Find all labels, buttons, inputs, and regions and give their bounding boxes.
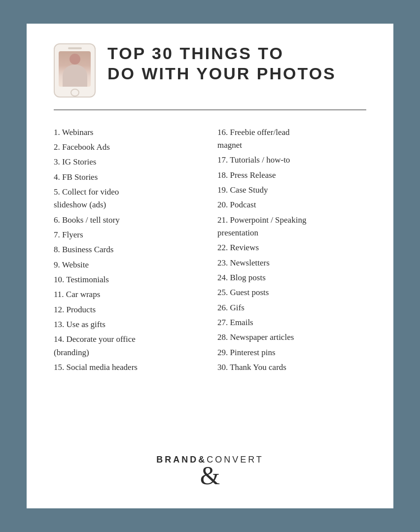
list-item: 7. Flyers: [54, 228, 203, 242]
card: TOP 30 THINGS TO DO WITH YOUR PHOTOS 1. …: [27, 24, 393, 508]
list-item: 3. IG Stories: [54, 155, 203, 169]
phone-person-image: [59, 51, 91, 86]
brand-label: BRAND: [156, 455, 198, 465]
list-item: 12. Products: [54, 302, 203, 317]
list-item: 4. FB Stories: [54, 170, 203, 185]
left-list: 1. Webinars2. Facebook Ads3. IG Stories4…: [54, 125, 203, 437]
outer-border: TOP 30 THINGS TO DO WITH YOUR PHOTOS 1. …: [18, 15, 402, 517]
list-item: 2. Facebook Ads: [54, 140, 203, 155]
list-item: 13. Use as gifts: [54, 317, 203, 332]
list-item: 29. Pinterest pins: [217, 345, 366, 360]
list-item: 6. Books / tell story: [54, 213, 203, 228]
divider: [54, 109, 366, 110]
list-item: 8. Business Cards: [54, 242, 203, 257]
list-item: 15. Social media headers: [54, 360, 203, 375]
large-ampersand: &: [200, 463, 220, 489]
title-line2: DO WITH YOUR PHOTOS: [107, 64, 336, 83]
footer: BRAND & CONVERT &: [54, 455, 366, 489]
list-item: 10. Testimonials: [54, 272, 203, 287]
title-line1: TOP 30 THINGS TO: [107, 44, 284, 63]
list-item: 28. Newspaper articles: [217, 330, 366, 345]
list-item: 23. Newsletters: [217, 256, 366, 270]
header: TOP 30 THINGS TO DO WITH YOUR PHOTOS: [54, 43, 366, 98]
list-item: 30. Thank You cards: [217, 360, 366, 375]
list-item: 19. Case Study: [217, 183, 366, 198]
list-item: 9. Website: [54, 258, 203, 272]
list-item: 22. Reviews: [217, 240, 366, 255]
page-title: TOP 30 THINGS TO DO WITH YOUR PHOTOS: [107, 43, 366, 84]
list-item: 18. Press Release: [217, 168, 366, 183]
list-item: 21. Powerpoint / Speakingpresentation: [217, 213, 366, 241]
phone-home-button: [70, 89, 79, 97]
lists-container: 1. Webinars2. Facebook Ads3. IG Stories4…: [54, 125, 366, 437]
list-item: 27. Emails: [217, 315, 366, 330]
list-item: 17. Tutorials / how-to: [217, 153, 366, 167]
phone-frame: [54, 43, 96, 98]
list-item: 16. Freebie offer/leadmagnet: [217, 125, 366, 153]
title-block: TOP 30 THINGS TO DO WITH YOUR PHOTOS: [107, 43, 366, 84]
list-item: 14. Decorate your office(branding): [54, 332, 203, 360]
right-list: 16. Freebie offer/leadmagnet17. Tutorial…: [217, 125, 366, 437]
list-item: 25. Guest posts: [217, 285, 366, 300]
list-item: 26. Gifs: [217, 300, 366, 315]
phone-notch: [68, 47, 82, 49]
list-item: 1. Webinars: [54, 125, 203, 140]
list-item: 5. Collect for videoslideshow (ads): [54, 185, 203, 213]
list-item: 24. Blog posts: [217, 270, 366, 285]
list-item: 20. Podcast: [217, 198, 366, 212]
list-item: 11. Car wraps: [54, 287, 203, 302]
